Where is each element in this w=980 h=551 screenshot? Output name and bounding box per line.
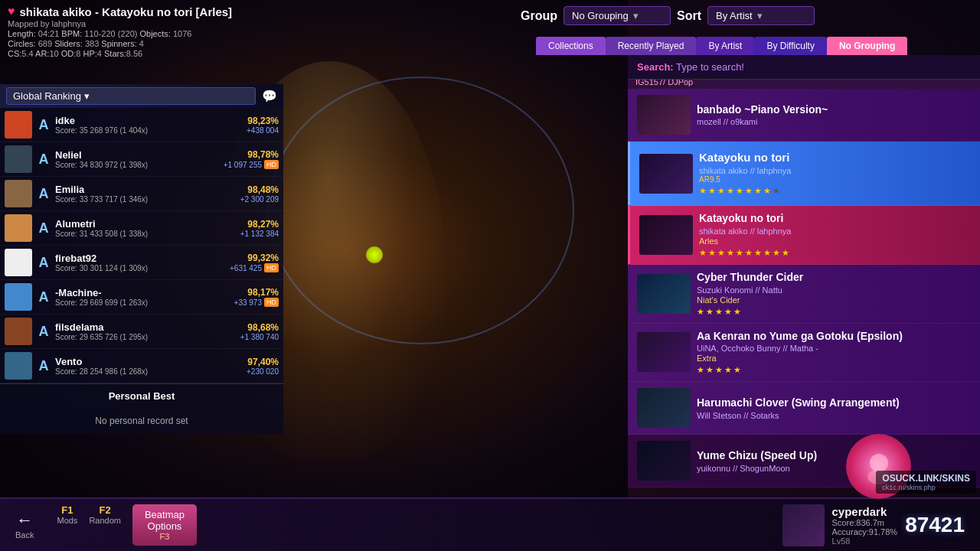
no-record-text: No personal record set (0, 408, 283, 434)
stars-val: 8.56 (126, 49, 142, 58)
tab-by-difficulty[interactable]: By Difficulty (754, 37, 826, 55)
leaderboard-entry[interactable]: A idke Score: 35 268 976 (1 404x) 98,23%… (0, 108, 283, 142)
sort-label: Sort (677, 9, 701, 23)
leaderboard: Global Ranking ▾ 💬 A idke Score: 35 268 … (0, 84, 283, 434)
leaderboard-dropdown[interactable]: Global Ranking ▾ (6, 87, 256, 105)
avatar (5, 145, 32, 173)
player-name: Alumetri (55, 218, 236, 230)
avatar (5, 249, 32, 276)
difficulty-label: Niat's Cider (697, 295, 971, 305)
song-name: Katayoku no tori (699, 151, 971, 165)
f2-key: F2 (100, 504, 111, 516)
rank-badge: A (37, 255, 51, 271)
leaderboard-entry[interactable]: A -Machine- Score: 29 669 699 (1 263x) 9… (0, 280, 283, 315)
leaderboard-entry[interactable]: A filsdelama Score: 29 635 726 (1 295x) … (0, 315, 283, 349)
lb-entry-info: Emilia Score: 33 733 717 (1 346x) (55, 184, 236, 204)
song-artist: Will Stetson // Sotarks (697, 411, 971, 420)
chat-icon[interactable]: 💬 (262, 89, 277, 103)
tab-collections[interactable]: Collections (536, 37, 606, 55)
leaderboard-entry[interactable]: A firebat92 Score: 30 301 124 (1 309x) 9… (0, 246, 283, 280)
song-full-title: shikata akiko - Katayoku no tori [Arles] (20, 5, 233, 18)
mods-button[interactable]: F1 Mods (57, 504, 77, 546)
song-thumbnail (639, 154, 693, 194)
lb-score: Score: 28 254 986 (1 268x) (55, 367, 242, 376)
pp-gain: +438 004 (247, 126, 279, 135)
branding-line2: ck1c.ru/skins.php (882, 484, 970, 491)
lb-stats: 98,78% +1 097 255 HD (224, 149, 279, 169)
difficulty-label: Arles (699, 236, 971, 246)
list-item[interactable]: Harumachi Clover (Swing Arrangement) Wil… (628, 382, 980, 435)
beatmap-options-button[interactable]: Beatmap Options F3 (132, 504, 197, 546)
accuracy: 98,68% (240, 322, 279, 333)
song-name: Yume Chizu (Speed Up) (697, 449, 971, 462)
beatmap-options-label: Beatmap (145, 509, 185, 520)
lb-score: Score: 30 301 124 (1 309x) (55, 264, 225, 272)
cursor (366, 246, 383, 263)
list-item[interactable]: Cyber Thunder Cider Suzuki Konomi // Nat… (628, 265, 980, 324)
group-value: No Grouping (572, 10, 629, 21)
song-info: Aa Kenran no Yume ga Gotoku (Epsilon) Ui… (697, 330, 971, 376)
list-item[interactable]: Katayoku no tori shikata akiko // lahphn… (628, 206, 980, 265)
star-rating: ★ ★ ★ ★ ★ (697, 365, 971, 375)
list-item[interactable]: Aa Kenran no Yume ga Gotoku (Epsilon) Ui… (628, 324, 980, 383)
leaderboard-entry[interactable]: A Vento Score: 28 254 986 (1 268x) 97,40… (0, 349, 283, 383)
list-item[interactable]: Katayoku no tori shikata akiko // lahphn… (628, 142, 980, 206)
song-artist: mozell // o9kami (697, 117, 971, 126)
accuracy: 98,78% (224, 149, 279, 160)
song-info: Katayoku no tori shikata akiko // lahphn… (699, 212, 971, 258)
f1-key: F1 (61, 504, 73, 516)
player-name: -Machine- (55, 287, 230, 298)
tab-by-artist[interactable]: By Artist (696, 37, 754, 55)
song-artist: shikata akiko // lahphnya (699, 166, 971, 175)
branding-line1: OSUCK.LINK/SKINS (882, 473, 970, 484)
sliders: 383 (85, 39, 99, 48)
personal-best-header: Personal Best (0, 383, 283, 408)
sort-value: By Artist (716, 10, 753, 21)
star-rating: ★ ★ ★ ★ ★ (697, 307, 971, 317)
back-button[interactable]: ← Back (15, 510, 34, 540)
random-button[interactable]: F2 Random (89, 504, 121, 546)
song-thumbnail (637, 388, 691, 428)
lb-stats: 98,68% +1 380 740 (240, 322, 279, 341)
sort-dropdown[interactable]: By Artist ▾ (707, 6, 815, 25)
search-placeholder: Type to search! (676, 61, 744, 73)
song-meta-line4: CS:5.4 AR:10 OD:8 HP:4 Stars:8.56 (8, 49, 620, 58)
hp-val: 4 (97, 49, 102, 58)
thumb-art (637, 441, 691, 481)
song-thumbnail (637, 441, 691, 481)
leaderboard-entry[interactable]: A Alumetri Score: 31 433 508 (1 338x) 98… (0, 211, 283, 246)
group-sort-area: Group No Grouping ▾ Sort By Artist ▾ (521, 6, 980, 25)
heart-icon: ♥ (8, 5, 15, 18)
search-bar: Search: Type to search! (628, 55, 980, 80)
pp-gain: +1 097 255 (224, 161, 262, 169)
accuracy: 97,40% (247, 357, 279, 367)
tab-recently-played[interactable]: Recently Played (606, 37, 697, 55)
avatar (5, 352, 32, 380)
song-thumbnail (637, 332, 691, 372)
list-item[interactable]: banbado ~Piano Version~ mozell // o9kami (628, 89, 980, 142)
leaderboard-entry[interactable]: A Emilia Score: 33 733 717 (1 346x) 98,4… (0, 177, 283, 211)
leaderboard-entry[interactable]: A Neliel Score: 34 830 972 (1 398x) 98,7… (0, 142, 283, 177)
lb-score: Score: 33 733 717 (1 346x) (55, 195, 236, 204)
song-meta-line2: Length: 04:21 BPM: 110-220 (220) Objects… (8, 29, 620, 38)
group-dropdown[interactable]: No Grouping ▾ (564, 6, 671, 25)
avatar (5, 180, 32, 207)
thumb-art (637, 274, 691, 314)
pp-gain: +1 132 384 (240, 230, 279, 238)
rank-badge: A (37, 289, 51, 305)
tab-no-grouping[interactable]: No Grouping (827, 37, 907, 55)
lb-title: Global Ranking (13, 90, 81, 102)
song-name: Cyber Thunder Cider (697, 271, 971, 284)
lb-entry-info: Neliel Score: 34 830 972 (1 398x) (55, 149, 219, 169)
accuracy: 98,23% (247, 116, 279, 126)
lb-stats: 98,23% +438 004 (247, 116, 279, 135)
song-info: Katayoku no tori shikata akiko // lahphn… (699, 151, 971, 196)
song-artist: shikata akiko // lahphnya (699, 227, 971, 236)
accuracy: 98,27% (240, 219, 279, 230)
thumb-art (637, 388, 691, 428)
random-label: Random (89, 516, 121, 525)
hd-badge: HD (264, 263, 279, 272)
lb-stats: 98,48% +2 300 209 (240, 184, 279, 204)
player-thumbnail (782, 504, 825, 546)
lb-stats: 99,32% +631 425 HD (230, 253, 279, 272)
